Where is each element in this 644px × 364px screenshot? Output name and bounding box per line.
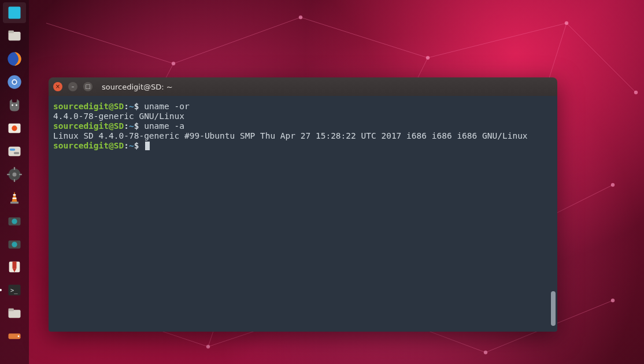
svg-point-41 — [16, 105, 17, 106]
terminal-window[interactable]: × – □ sourcedigit@SD: ~ sourcedigit@SD:~… — [49, 77, 557, 332]
prompt-colon: : — [124, 121, 129, 131]
svg-rect-65 — [9, 309, 14, 311]
window-close-button[interactable]: × — [53, 82, 62, 91]
terminal-command: uname -or — [144, 102, 190, 111]
svg-point-39 — [13, 80, 16, 84]
launcher-show-desktop[interactable] — [3, 2, 26, 23]
maximize-icon: □ — [85, 84, 90, 90]
terminal-text: 4.4.0-78-generic GNU/Linux — [53, 112, 184, 121]
svg-rect-35 — [9, 31, 14, 34]
svg-point-32 — [634, 91, 638, 94]
launcher-software[interactable] — [3, 118, 26, 139]
svg-rect-44 — [9, 147, 21, 156]
software-icon — [6, 120, 23, 136]
svg-rect-33 — [9, 7, 21, 19]
svg-rect-52 — [19, 174, 22, 175]
svg-rect-51 — [7, 174, 10, 175]
terminal-output[interactable]: sourcedigit@SD:~$ uname -or4.4.0-78-gene… — [49, 96, 557, 332]
prompt-symbol: $ — [134, 102, 144, 111]
svg-rect-54 — [13, 198, 17, 199]
svg-point-20 — [426, 56, 430, 60]
svg-point-67 — [18, 336, 20, 337]
svg-point-19 — [299, 16, 302, 19]
terminal-icon: >_ — [6, 282, 23, 298]
prompt-path: ~ — [129, 121, 134, 131]
svg-point-18 — [172, 62, 175, 65]
vlc-icon — [6, 190, 23, 206]
terminal-prompt-line: sourcedigit@SD:~$ uname -or — [53, 102, 553, 112]
svg-point-26 — [611, 183, 615, 187]
launcher-settings[interactable] — [3, 164, 26, 185]
launcher-drive[interactable] — [3, 326, 26, 347]
svg-point-43 — [12, 125, 17, 131]
prompt-user-host: sourcedigit@SD — [53, 102, 124, 111]
prompt-symbol: $ — [134, 141, 144, 150]
launcher-transmission[interactable] — [3, 257, 26, 277]
launcher-screenshot-1[interactable] — [3, 210, 26, 231]
terminal-cursor — [145, 142, 150, 150]
prompt-colon: : — [124, 141, 129, 150]
svg-line-3 — [428, 23, 567, 58]
prompt-path: ~ — [129, 141, 134, 150]
window-minimize-button[interactable]: – — [68, 82, 77, 91]
terminal-output-line: Linux SD 4.4.0-78-generic #99-Ubuntu SMP… — [53, 131, 553, 141]
prompt-path: ~ — [129, 102, 134, 111]
terminal-prompt-line: sourcedigit@SD:~$ — [53, 141, 553, 151]
prompt-symbol: $ — [134, 121, 144, 131]
svg-line-4 — [567, 23, 636, 92]
folder-icon — [6, 305, 23, 321]
files-icon — [6, 28, 23, 44]
minimize-icon: – — [72, 84, 75, 90]
scrollbar-thumb[interactable] — [551, 291, 556, 326]
gear-icon — [6, 166, 23, 183]
camera-icon — [6, 213, 23, 229]
camera-icon — [6, 236, 23, 252]
drive-icon — [6, 328, 23, 344]
unity-launcher: >_ — [0, 0, 29, 364]
svg-line-2 — [301, 17, 428, 58]
launcher-toggles[interactable] — [3, 141, 26, 162]
launcher-terminal[interactable]: >_ — [3, 280, 26, 300]
window-title: sourcedigit@SD: ~ — [102, 83, 173, 91]
svg-point-31 — [611, 299, 615, 302]
svg-point-48 — [13, 173, 17, 177]
terminal-titlebar[interactable]: × – □ sourcedigit@SD: ~ — [49, 77, 557, 96]
toggles-icon — [6, 143, 23, 159]
launcher-screenshot-2[interactable] — [3, 233, 26, 254]
close-icon: × — [55, 84, 60, 90]
desktop-icon — [6, 5, 23, 21]
running-indicator — [0, 289, 2, 291]
svg-rect-45 — [10, 148, 15, 151]
launcher-chromium[interactable] — [3, 72, 26, 92]
svg-point-21 — [565, 21, 568, 25]
launcher-game[interactable] — [3, 95, 26, 116]
window-maximize-button[interactable]: □ — [83, 82, 92, 91]
svg-point-57 — [12, 219, 17, 224]
launcher-firefox[interactable] — [3, 49, 26, 69]
svg-rect-61 — [13, 262, 17, 269]
svg-point-40 — [12, 105, 13, 106]
prompt-user-host: sourcedigit@SD — [53, 141, 124, 150]
svg-point-28 — [206, 345, 210, 348]
svg-rect-55 — [10, 202, 18, 204]
transmission-icon — [6, 259, 23, 275]
prompt-user-host: sourcedigit@SD — [53, 121, 124, 131]
launcher-folder[interactable] — [3, 303, 26, 324]
terminal-command: uname -a — [144, 121, 184, 131]
cat-icon — [6, 97, 23, 113]
launcher-files[interactable] — [3, 25, 26, 46]
svg-point-59 — [12, 242, 17, 247]
terminal-text: Linux SD 4.4.0-78-generic #99-Ubuntu SMP… — [53, 131, 528, 140]
chromium-icon — [6, 74, 23, 90]
svg-rect-53 — [13, 194, 16, 195]
svg-text:>_: >_ — [10, 287, 18, 294]
svg-line-0 — [46, 23, 173, 64]
svg-rect-50 — [14, 179, 15, 182]
svg-rect-46 — [14, 152, 19, 154]
svg-rect-49 — [14, 167, 15, 170]
terminal-output-line: 4.4.0-78-generic GNU/Linux — [53, 112, 553, 121]
svg-point-30 — [484, 351, 487, 354]
launcher-vlc[interactable] — [3, 187, 26, 208]
prompt-colon: : — [124, 102, 129, 111]
terminal-prompt-line: sourcedigit@SD:~$ uname -a — [53, 121, 553, 131]
